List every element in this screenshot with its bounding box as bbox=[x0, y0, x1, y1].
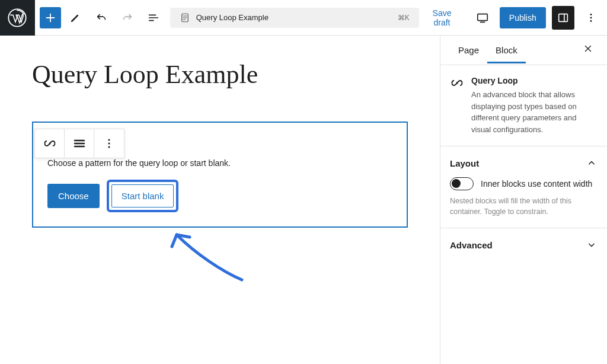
wordpress-logo[interactable] bbox=[0, 0, 35, 36]
document-title-text: Query Loop Example bbox=[196, 13, 269, 22]
redo-button[interactable] bbox=[116, 6, 139, 30]
chevron-down-icon bbox=[586, 239, 598, 251]
main-area: Query Loop Example Query Loop Choose a p… bbox=[0, 36, 607, 364]
svg-point-4 bbox=[590, 14, 592, 15]
wordpress-icon bbox=[8, 8, 27, 27]
block-placeholder-description: Choose a pattern for the query loop or s… bbox=[47, 158, 392, 168]
more-vertical-icon bbox=[584, 11, 598, 24]
preview-button[interactable] bbox=[471, 6, 494, 30]
annotation-highlight: Start blank bbox=[107, 180, 179, 212]
undo-icon bbox=[95, 11, 108, 24]
svg-rect-3 bbox=[559, 14, 568, 21]
more-vertical-icon bbox=[102, 136, 116, 151]
start-blank-button[interactable]: Start blank bbox=[111, 184, 174, 207]
desktop-icon bbox=[476, 11, 489, 24]
toolbar-right-group: Save draft Publish bbox=[419, 4, 607, 32]
page-title[interactable]: Query Loop Example bbox=[32, 59, 422, 90]
svg-rect-2 bbox=[477, 14, 487, 20]
add-block-button[interactable] bbox=[40, 7, 61, 28]
block-info-description: An advanced block that allows displaying… bbox=[471, 89, 598, 135]
sidebar-icon bbox=[557, 11, 570, 24]
layout-panel-title: Layout bbox=[450, 158, 479, 168]
block-placeholder-actions: Choose Start blank bbox=[47, 180, 392, 212]
block-info-title: Query Loop bbox=[471, 76, 598, 85]
pencil-icon bbox=[69, 11, 82, 24]
save-draft-button[interactable]: Save draft bbox=[419, 4, 465, 32]
settings-sidebar-toggle[interactable] bbox=[552, 6, 575, 30]
query-loop-icon bbox=[43, 136, 57, 151]
chevron-up-icon bbox=[586, 157, 598, 169]
block-type-button[interactable] bbox=[35, 129, 65, 158]
advanced-panel-title: Advanced bbox=[450, 240, 493, 250]
svg-point-9 bbox=[108, 146, 110, 148]
choose-pattern-button[interactable]: Choose bbox=[47, 184, 100, 208]
sidebar-tabs: Page Block bbox=[440, 36, 607, 65]
layout-panel: Layout Inner blocks use content width Ne… bbox=[440, 146, 607, 228]
toolbar-left-group bbox=[35, 6, 170, 30]
svg-point-5 bbox=[590, 17, 592, 18]
svg-point-6 bbox=[590, 20, 592, 22]
redo-icon bbox=[121, 11, 134, 24]
block-info-panel: Query Loop An advanced block that allows… bbox=[440, 65, 607, 146]
settings-sidebar: Page Block Query Loop An advanced block … bbox=[440, 36, 607, 364]
editor-top-bar: Query Loop Example ⌘K Save draft Publish bbox=[0, 0, 607, 36]
block-editor-canvas[interactable]: Query Loop Example Query Loop Choose a p… bbox=[0, 36, 440, 364]
publish-button[interactable]: Publish bbox=[500, 7, 546, 28]
edit-mode-button[interactable] bbox=[63, 6, 87, 30]
block-more-options-button[interactable] bbox=[94, 129, 124, 158]
close-sidebar-button[interactable] bbox=[579, 41, 598, 60]
command-shortcut: ⌘K bbox=[398, 14, 410, 22]
inner-blocks-width-toggle-row: Inner blocks use content width bbox=[450, 177, 598, 190]
layout-help-text: Nested blocks will fill the width of thi… bbox=[450, 196, 598, 217]
tab-page[interactable]: Page bbox=[450, 37, 487, 63]
page-icon bbox=[180, 12, 190, 23]
query-loop-icon bbox=[450, 76, 464, 90]
alignment-button[interactable] bbox=[65, 129, 94, 158]
undo-button[interactable] bbox=[90, 6, 113, 30]
close-icon bbox=[583, 43, 593, 54]
document-overview-button[interactable] bbox=[142, 6, 165, 30]
list-outline-icon bbox=[147, 11, 160, 24]
annotation-arrow bbox=[166, 218, 261, 289]
document-title-button[interactable]: Query Loop Example ⌘K bbox=[170, 8, 419, 28]
align-icon bbox=[72, 136, 87, 151]
block-toolbar bbox=[34, 129, 124, 158]
advanced-panel-header[interactable]: Advanced bbox=[450, 239, 598, 251]
plus-icon bbox=[44, 11, 57, 24]
svg-point-8 bbox=[108, 142, 110, 144]
inner-blocks-width-toggle[interactable] bbox=[450, 177, 474, 190]
document-title-bar: Query Loop Example ⌘K bbox=[170, 8, 419, 28]
options-menu-button[interactable] bbox=[580, 6, 601, 30]
tab-block[interactable]: Block bbox=[487, 37, 526, 63]
svg-point-7 bbox=[108, 139, 110, 141]
toggle-label: Inner blocks use content width bbox=[481, 179, 592, 189]
layout-panel-header[interactable]: Layout bbox=[450, 157, 598, 169]
advanced-panel: Advanced bbox=[440, 228, 607, 261]
